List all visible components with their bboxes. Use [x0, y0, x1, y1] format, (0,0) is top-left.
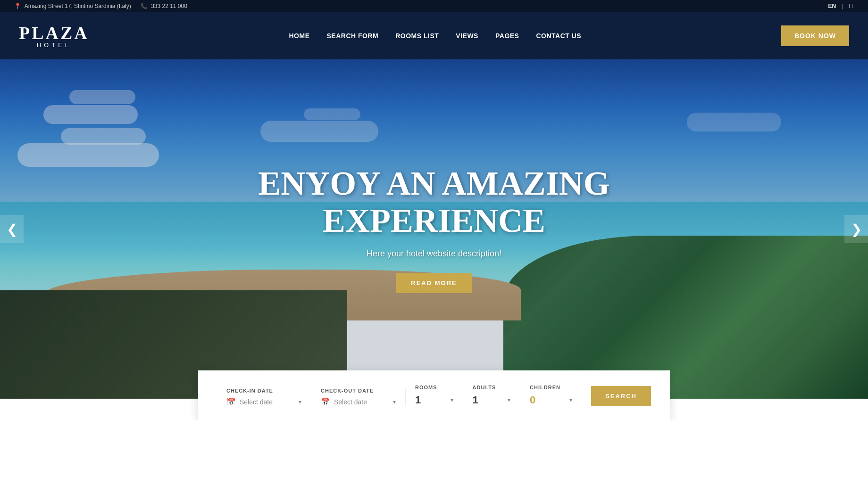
- rooms-label: ROOMS: [415, 385, 453, 390]
- rooms-select[interactable]: 1 ▾: [415, 394, 453, 406]
- checkout-chevron: ▾: [393, 399, 396, 405]
- checkout-input[interactable]: 📅 Select date ▾: [321, 397, 396, 406]
- children-chevron: ▾: [569, 397, 572, 403]
- hero-subtitle: Here your hotel website description!: [258, 249, 609, 259]
- nav-views[interactable]: VIEWS: [456, 32, 478, 40]
- rooms-field: ROOMS 1 ▾: [406, 385, 463, 406]
- topbar: 📍 Amazing Street 17, Stintino Sardinia (…: [0, 0, 868, 12]
- logo-subtitle: HOTEL: [19, 42, 89, 48]
- adults-chevron: ▾: [508, 397, 510, 403]
- hero-title: ENYOY AN AMAZING EXPERIENCE: [258, 165, 609, 239]
- logo[interactable]: PLAZA HOTEL: [19, 24, 89, 48]
- checkout-field: CHECK-OUT DATE 📅 Select date ▾: [311, 388, 406, 406]
- phone-info: 📞 333 22 11 000: [141, 3, 187, 9]
- header: PLAZA HOTEL HOME SEARCH FORM ROOMS LIST …: [0, 12, 868, 59]
- rooms-value: 1: [415, 394, 421, 406]
- adults-label: ADULTS: [473, 385, 511, 390]
- language-switcher[interactable]: EN | IT: [828, 3, 854, 9]
- lang-separator: |: [842, 3, 843, 9]
- nav-home[interactable]: HOME: [289, 32, 309, 40]
- main-nav: HOME SEARCH FORM ROOMS LIST VIEWS PAGES …: [289, 32, 581, 40]
- search-button[interactable]: SEARCH: [591, 386, 651, 406]
- adults-field: ADULTS 1 ▾: [463, 385, 521, 406]
- pin-icon: 📍: [14, 3, 21, 9]
- read-more-button[interactable]: READ MORE: [396, 273, 472, 293]
- topbar-contact-info: 📍 Amazing Street 17, Stintino Sardinia (…: [14, 3, 187, 9]
- hero-content: ENYOY AN AMAZING EXPERIENCE Here your ho…: [258, 165, 609, 293]
- logo-name: PLAZA: [19, 24, 89, 42]
- nav-rooms-list[interactable]: ROOMS LIST: [395, 32, 439, 40]
- phone-text: 333 22 11 000: [151, 3, 187, 9]
- phone-icon: 📞: [141, 3, 148, 9]
- checkout-value: Select date: [334, 398, 367, 406]
- children-select[interactable]: 0 ▾: [530, 394, 572, 406]
- checkin-input[interactable]: 📅 Select date ▾: [226, 397, 301, 406]
- checkin-value: Select date: [240, 398, 273, 406]
- lang-en[interactable]: EN: [828, 3, 836, 9]
- nav-search-form[interactable]: SEARCH FORM: [326, 32, 378, 40]
- checkin-label: CHECK-IN DATE: [226, 388, 301, 394]
- carousel-next-button[interactable]: ❯: [844, 215, 868, 243]
- lang-it[interactable]: IT: [849, 3, 854, 9]
- nav-pages[interactable]: PAGES: [495, 32, 519, 40]
- checkin-field: CHECK-IN DATE 📅 Select date ▾: [217, 388, 311, 406]
- search-bar: CHECK-IN DATE 📅 Select date ▾ CHECK-OUT …: [198, 370, 670, 420]
- carousel-prev-button[interactable]: ❮: [0, 215, 24, 243]
- calendar-icon-2: 📅: [321, 397, 330, 406]
- calendar-icon: 📅: [226, 397, 236, 406]
- checkin-chevron: ▾: [299, 399, 301, 405]
- address-text: Amazing Street 17, Stintino Sardinia (It…: [25, 3, 131, 9]
- adults-select[interactable]: 1 ▾: [473, 394, 511, 406]
- children-label: CHILDREN: [530, 385, 572, 390]
- book-now-button[interactable]: BOOK NOW: [781, 25, 849, 46]
- rooms-chevron: ▾: [451, 397, 453, 403]
- nav-contact-us[interactable]: CONTACT US: [536, 32, 581, 40]
- hero-title-line2: EXPERIENCE: [323, 202, 545, 239]
- hero-section: ❮ ENYOY AN AMAZING EXPERIENCE Here your …: [0, 59, 868, 399]
- hero-title-line1: ENYOY AN AMAZING: [258, 164, 609, 202]
- adults-value: 1: [473, 394, 478, 406]
- children-value: 0: [530, 394, 535, 406]
- checkout-label: CHECK-OUT DATE: [321, 388, 396, 394]
- children-field: CHILDREN 0 ▾: [520, 385, 582, 406]
- address-info: 📍 Amazing Street 17, Stintino Sardinia (…: [14, 3, 131, 9]
